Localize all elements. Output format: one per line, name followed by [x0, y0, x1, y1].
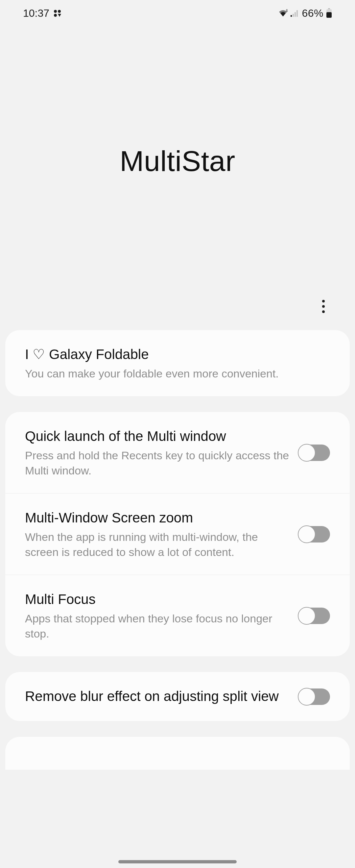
row-galaxy-foldable[interactable]: I ♡ Galaxy Foldable You can make your fo… — [5, 330, 350, 396]
row-title: I ♡ Galaxy Foldable — [25, 345, 323, 364]
hero-area: MultiStar — [0, 26, 355, 296]
svg-rect-4 — [296, 10, 298, 17]
row-multi-focus[interactable]: Multi Focus Apps that stopped when they … — [5, 575, 350, 656]
notifications-icon — [54, 10, 61, 17]
svg-rect-3 — [294, 12, 296, 17]
settings-content[interactable]: I ♡ Galaxy Foldable You can make your fo… — [0, 330, 355, 770]
status-time: 10:37 — [23, 7, 49, 20]
overflow-menu-button[interactable] — [313, 296, 334, 317]
row-title: Multi Focus — [25, 590, 292, 609]
signal-icon — [291, 9, 299, 17]
row-title: Quick launch of the Multi window — [25, 427, 292, 446]
settings-group: Quick launch of the Multi window Press a… — [5, 412, 350, 656]
toolbar — [0, 296, 355, 330]
settings-group-partial[interactable] — [5, 737, 350, 770]
toggle-remove-blur[interactable] — [298, 688, 330, 705]
status-bar: 10:37 6 66% — [0, 0, 355, 26]
svg-rect-5 — [328, 8, 330, 9]
row-remove-blur[interactable]: Remove blur effect on adjusting split vi… — [5, 672, 350, 721]
svg-rect-1 — [291, 15, 292, 17]
row-title-partial — [25, 752, 330, 770]
row-subtitle: Press and hold the Recents key to quickl… — [25, 448, 292, 478]
battery-percentage: 66% — [302, 7, 323, 20]
svg-rect-2 — [293, 14, 294, 17]
settings-group: Remove blur effect on adjusting split vi… — [5, 672, 350, 721]
svg-rect-7 — [326, 12, 332, 18]
more-vert-icon — [322, 300, 325, 313]
page-title: MultiStar — [120, 144, 235, 178]
toggle-screen-zoom[interactable] — [298, 526, 330, 542]
settings-group: I ♡ Galaxy Foldable You can make your fo… — [5, 330, 350, 396]
status-left: 10:37 — [23, 7, 61, 20]
toggle-quick-launch[interactable] — [298, 444, 330, 461]
row-screen-zoom[interactable]: Multi-Window Screen zoom When the app is… — [5, 494, 350, 575]
battery-icon — [326, 8, 332, 18]
row-title: Multi-Window Screen zoom — [25, 508, 292, 527]
row-quick-launch[interactable]: Quick launch of the Multi window Press a… — [5, 412, 350, 494]
status-right: 6 66% — [278, 7, 332, 20]
wifi-icon: 6 — [278, 9, 288, 17]
row-title: Remove blur effect on adjusting split vi… — [25, 687, 292, 706]
nav-gesture-handle[interactable] — [118, 860, 237, 863]
toggle-multi-focus[interactable] — [298, 608, 330, 624]
row-subtitle: When the app is running with multi-windo… — [25, 529, 292, 560]
svg-text:6: 6 — [286, 9, 288, 12]
row-subtitle: Apps that stopped when they lose focus n… — [25, 611, 292, 641]
row-subtitle: You can make your foldable even more con… — [25, 366, 323, 381]
